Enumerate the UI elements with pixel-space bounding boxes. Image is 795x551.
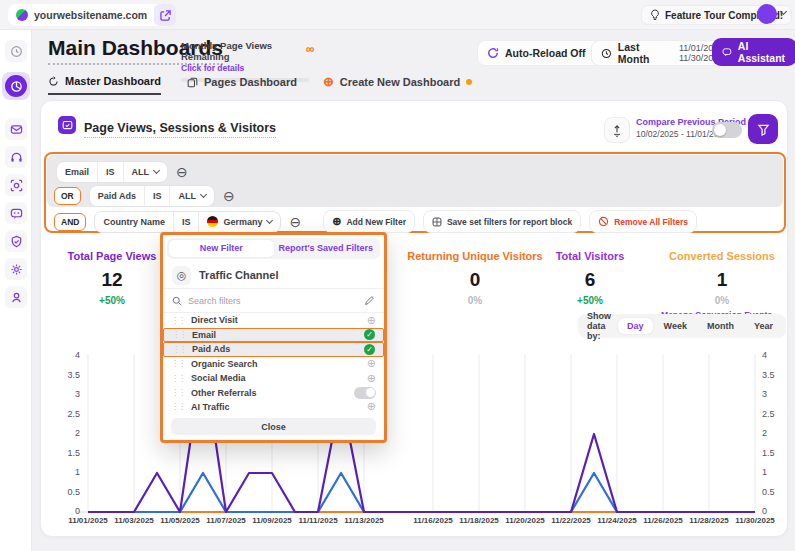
drag-handle-icon[interactable]: ⋮⋮: [172, 345, 186, 354]
filter-item-organic-search[interactable]: ⋮⋮ Organic Search ⊕: [163, 357, 384, 371]
compare-toggle[interactable]: [712, 122, 742, 138]
add-new-filter-button[interactable]: ⊕ Add New Filter: [323, 210, 415, 233]
filter-item-paid-ads[interactable]: ⋮⋮ Paid Ads ✓: [163, 342, 384, 356]
drag-handle-icon[interactable]: ⋮⋮: [171, 402, 185, 411]
metric-total-visitors: Total Visitors 6 +50%: [540, 250, 640, 306]
tab-master-dashboard[interactable]: Master Dashboard: [48, 75, 161, 95]
remove-condition-icon[interactable]: ⊖: [176, 165, 188, 179]
filter-item-other-referrals[interactable]: ⋮⋮ Other Referrals: [163, 385, 384, 399]
remove-condition-icon[interactable]: ⊖: [223, 189, 235, 203]
filter-condition[interactable]: Paid Ads IS ALL: [89, 185, 215, 207]
add-plus-circle-icon[interactable]: ⊕: [367, 400, 376, 413]
filter-row-1: Email IS ALL ⊖: [56, 161, 188, 183]
metric-delta: +50%: [540, 295, 640, 306]
sidebar-item-visitors[interactable]: [5, 286, 27, 308]
sidebar-item-settings[interactable]: [5, 258, 27, 280]
y-axis-label: 1: [762, 467, 786, 477]
filter-operator[interactable]: IS: [173, 212, 199, 232]
filter-field[interactable]: Country Name: [95, 212, 173, 232]
filter-item-label: Paid Ads: [192, 344, 358, 354]
headset-icon: [10, 151, 23, 164]
drag-handle-icon[interactable]: ⋮⋮: [171, 374, 185, 383]
tab-label: Create New Dashboard: [340, 76, 460, 88]
save-layout-icon: [432, 217, 442, 227]
remove-all-filters-button[interactable]: Remove All Filters: [589, 210, 697, 233]
add-plus-circle-icon[interactable]: ⊕: [367, 372, 376, 385]
report-block-icon[interactable]: [58, 116, 76, 134]
popup-tab-new-filter[interactable]: New Filter: [169, 240, 274, 257]
remove-condition-icon[interactable]: ⊖: [289, 215, 301, 229]
quota-details-link[interactable]: Click for details: [181, 63, 311, 73]
filter-item-direct-visit[interactable]: ⋮⋮ Direct Visit ⊕: [163, 313, 384, 327]
chevron-down-icon: [153, 167, 160, 174]
dashboard-icon: [5, 75, 27, 97]
search-input[interactable]: [188, 296, 358, 306]
search-icon: [172, 296, 182, 306]
sidebar-item-history[interactable]: [5, 40, 27, 62]
filter-item-label: Organic Search: [191, 359, 361, 369]
drag-handle-icon[interactable]: ⋮⋮: [171, 359, 185, 368]
sidebar-item-support[interactable]: [5, 146, 27, 168]
sidebar-item-chat[interactable]: [5, 202, 27, 224]
granularity-year[interactable]: Year: [745, 318, 782, 334]
metric-value: 0: [400, 269, 550, 291]
metric-delta: 0%: [648, 295, 795, 306]
sidebar-item-tracking[interactable]: [5, 174, 27, 196]
filter-field[interactable]: Email: [57, 162, 97, 182]
popup-close-button[interactable]: Close: [171, 418, 376, 435]
filter-popup: New Filter Report's Saved Filters ◎ Traf…: [160, 232, 387, 443]
filter-item-ai-traffic[interactable]: ⋮⋮ AI Traffic ⊕: [163, 400, 384, 414]
clear-pencil-icon[interactable]: [364, 295, 375, 306]
add-plus-circle-icon[interactable]: ⊕: [367, 314, 376, 327]
granularity-week[interactable]: Week: [655, 318, 696, 334]
quota-label: Monthly Page Views Remaining: [181, 40, 311, 62]
item-toggle[interactable]: [354, 387, 376, 399]
filter-value-dropdown[interactable]: ALL: [169, 186, 214, 206]
filter-item-social-media[interactable]: ⋮⋮ Social Media ⊕: [163, 371, 384, 385]
export-button[interactable]: [604, 117, 630, 143]
mail-icon: [10, 123, 23, 136]
save-filters-button[interactable]: Save set filters for report block: [423, 210, 581, 233]
website-selector[interactable]: yourwebsitename.com: [8, 4, 174, 26]
conjunction-badge[interactable]: OR: [54, 187, 81, 205]
quota-value: ∞: [306, 42, 315, 56]
show-data-by-label: Show data by:: [587, 311, 613, 341]
filter-operator[interactable]: IS: [97, 162, 123, 182]
website-icon: [16, 9, 28, 21]
filter-row-2: OR Paid Ads IS ALL ⊖: [54, 185, 235, 207]
filter-value-dropdown[interactable]: Germany: [198, 212, 280, 232]
tab-pages-dashboard[interactable]: Pages Dashboard: [187, 76, 297, 94]
ai-assistant-button[interactable]: AI Assistant: [712, 38, 795, 66]
sidebar-item-dashboards[interactable]: [2, 72, 30, 100]
filter-value-dropdown[interactable]: ALL: [123, 162, 168, 182]
sidebar-item-security[interactable]: [5, 230, 27, 252]
avatar[interactable]: [757, 4, 777, 24]
filter-operator[interactable]: IS: [144, 186, 170, 206]
drag-handle-icon[interactable]: ⋮⋮: [171, 388, 185, 397]
metric-value: 6: [540, 269, 640, 291]
granularity-day[interactable]: Day: [618, 318, 653, 334]
filter-condition[interactable]: Email IS ALL: [56, 161, 168, 183]
popup-category-row[interactable]: ◎ Traffic Channel: [163, 262, 384, 290]
sidebar-item-inbox[interactable]: [5, 118, 27, 140]
open-website-button[interactable]: [154, 4, 176, 26]
filter-field[interactable]: Paid Ads: [90, 186, 144, 206]
filter-condition[interactable]: Country Name IS Germany: [94, 211, 281, 233]
selected-check-icon[interactable]: ✓: [364, 344, 375, 355]
filter-button[interactable]: [748, 114, 778, 144]
add-plus-circle-icon[interactable]: ⊕: [367, 357, 376, 370]
tab-create-new-dashboard[interactable]: ⊕ Create New Dashboard: [323, 76, 472, 94]
conjunction-badge[interactable]: AND: [54, 213, 86, 231]
filter-item-email[interactable]: ⋮⋮ Email ✓: [163, 328, 384, 342]
popup-tab-saved-filters[interactable]: Report's Saved Filters: [274, 240, 379, 257]
selected-check-icon[interactable]: ✓: [364, 329, 375, 340]
filter-item-label: Direct Visit: [191, 315, 361, 325]
y-axis-label: 1.5: [56, 448, 80, 458]
auto-reload-dropdown[interactable]: Auto-Reload Off: [477, 40, 607, 66]
auto-reload-label: Auto-Reload Off: [505, 47, 586, 59]
drag-handle-icon[interactable]: ⋮⋮: [171, 316, 185, 325]
y-axis-label: 3.5: [762, 370, 786, 380]
drag-handle-icon[interactable]: ⋮⋮: [172, 330, 186, 339]
granularity-month[interactable]: Month: [698, 318, 743, 334]
chevron-down-icon: [266, 216, 273, 223]
